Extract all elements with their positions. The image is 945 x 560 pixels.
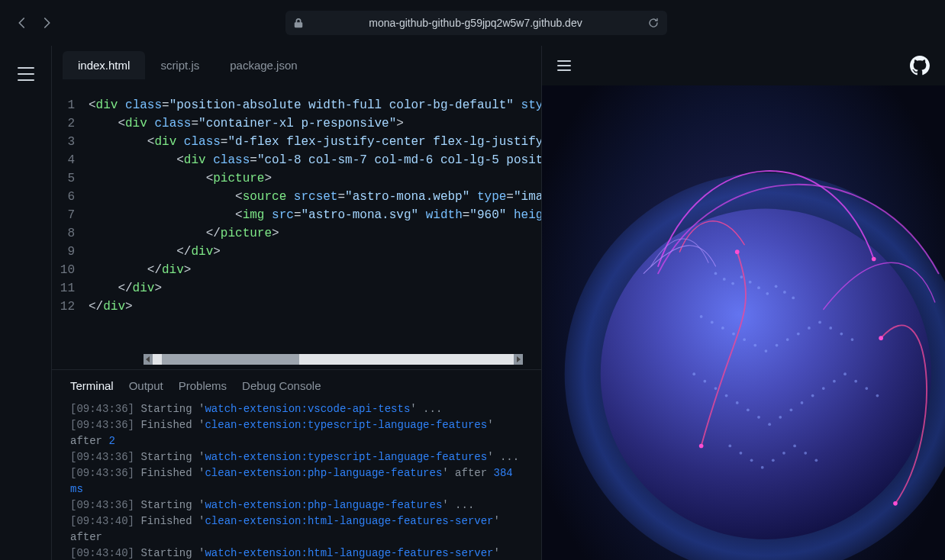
svg-point-27 (692, 372, 695, 375)
code-line: 3 <div class="d-flex flex-justify-center… (52, 133, 541, 151)
svg-point-10 (783, 291, 786, 294)
code-line: 4 <div class="col-8 col-sm-7 col-md-6 co… (52, 151, 541, 169)
svg-point-43 (865, 387, 868, 390)
svg-point-28 (703, 380, 706, 383)
line-number: 7 (52, 206, 89, 224)
code-content[interactable]: <div class="d-flex flex-justify-center f… (89, 133, 541, 151)
line-number: 2 (52, 114, 89, 133)
editor-tabs: index.htmlscript.jspackage.json (52, 46, 541, 79)
svg-point-15 (732, 333, 735, 336)
code-viewport[interactable]: 1<div class="position-absolute width-ful… (52, 79, 541, 349)
code-content[interactable]: <picture> (89, 169, 272, 188)
code-line: 12</div> (52, 298, 541, 316)
svg-point-9 (775, 285, 778, 288)
code-content[interactable]: </div> (89, 279, 162, 298)
terminal-line: [09:43:36] Starting 'watch-extension:typ… (70, 449, 523, 465)
back-icon[interactable] (15, 16, 29, 30)
code-content[interactable]: </div> (89, 261, 191, 279)
svg-point-21 (797, 333, 800, 336)
svg-point-8 (766, 292, 769, 295)
terminal-line: [09:43:40] Starting 'watch-extension:htm… (70, 546, 523, 560)
code-line: 2 <div class="container-xl p-responsive"… (52, 114, 541, 133)
activity-bar (0, 46, 52, 560)
code-line: 7 <img src="astro-mona.svg" width="960" … (52, 206, 541, 224)
svg-point-14 (721, 327, 724, 330)
editor-column: index.htmlscript.jspackage.json 1<div cl… (52, 46, 542, 560)
svg-point-23 (818, 321, 821, 324)
app-window: mona-github-github-g59jpq2w5w7.github.de… (0, 0, 945, 560)
code-line: 10 </div> (52, 261, 541, 279)
code-content[interactable]: <source srcset="astro-mona.webp" type="i… (89, 188, 541, 206)
svg-point-13 (711, 321, 714, 324)
editor-tab-script-js[interactable]: script.js (145, 51, 214, 79)
scroll-right-icon[interactable] (514, 354, 523, 365)
editor-tab-package-json[interactable]: package.json (214, 51, 312, 79)
svg-point-26 (851, 338, 854, 341)
svg-point-11 (792, 297, 795, 300)
line-number: 4 (52, 151, 89, 169)
terminal-line: [09:43:36] Starting 'watch-extension:vsc… (70, 401, 523, 417)
menu-icon[interactable] (18, 67, 34, 81)
panel-tab-output[interactable]: Output (129, 379, 163, 392)
panel-tabs: TerminalOutputProblemsDebug Console (52, 370, 541, 398)
code-content[interactable]: <div class="col-8 col-sm-7 col-md-6 col-… (89, 151, 541, 169)
svg-point-35 (779, 416, 782, 419)
panel-tab-problems[interactable]: Problems (179, 379, 227, 392)
panel-tab-debug-console[interactable]: Debug Console (242, 379, 321, 392)
svg-point-37 (801, 401, 804, 404)
svg-point-32 (747, 408, 750, 411)
line-number: 5 (52, 169, 89, 188)
globe-graphic (557, 130, 945, 560)
code-content[interactable]: <div class="position-absolute width-full… (89, 96, 541, 114)
main-body: index.htmlscript.jspackage.json 1<div cl… (0, 46, 945, 560)
line-number: 3 (52, 133, 89, 151)
svg-point-2 (714, 272, 718, 275)
horizontal-scrollbar[interactable] (144, 354, 523, 365)
github-logo-icon[interactable] (910, 56, 930, 76)
code-area: 1<div class="position-absolute width-ful… (52, 79, 541, 369)
refresh-icon[interactable] (647, 17, 660, 29)
code-content[interactable]: <div class="container-xl p-responsive"> (89, 114, 404, 133)
code-content[interactable]: <img src="astro-mona.svg" width="960" he… (89, 206, 541, 224)
svg-point-41 (843, 372, 847, 375)
svg-point-56 (699, 444, 704, 449)
scroll-track[interactable] (153, 354, 514, 365)
url-bar[interactable]: mona-github-github-g59jpq2w5w7.github.de… (285, 11, 667, 35)
line-number: 11 (52, 279, 89, 298)
line-number: 6 (52, 188, 89, 206)
code-line: 9 </div> (52, 243, 541, 261)
svg-point-25 (840, 333, 843, 336)
svg-point-19 (776, 344, 779, 347)
globe-svg (557, 130, 945, 560)
preview-header (542, 46, 945, 85)
editor-tab-index-html[interactable]: index.html (63, 51, 145, 79)
code-content[interactable]: </div> (89, 298, 133, 316)
svg-point-34 (768, 423, 771, 426)
svg-point-20 (786, 338, 789, 341)
scroll-left-icon[interactable] (144, 354, 153, 365)
terminal-output[interactable]: [09:43:36] Starting 'watch-extension:vsc… (52, 398, 541, 560)
svg-point-38 (811, 394, 814, 397)
forward-icon[interactable] (40, 16, 53, 30)
svg-point-22 (808, 327, 811, 330)
svg-point-57 (893, 501, 898, 506)
panel-tab-terminal[interactable]: Terminal (70, 379, 114, 392)
line-number: 1 (52, 96, 89, 114)
nav-arrows (15, 16, 53, 30)
svg-point-55 (735, 249, 740, 254)
lock-icon (293, 18, 304, 28)
code-line: 8 </picture> (52, 224, 541, 243)
svg-point-17 (753, 344, 756, 347)
line-number: 9 (52, 243, 89, 261)
code-content[interactable]: </picture> (89, 224, 279, 243)
svg-point-36 (790, 408, 793, 411)
code-line: 6 <source srcset="astro-mona.webp" type=… (52, 188, 541, 206)
line-number: 12 (52, 298, 89, 316)
terminal-line: [09:43:40] Finished 'clean-extension:htm… (70, 513, 523, 546)
svg-point-50 (782, 452, 785, 455)
code-content[interactable]: </div> (89, 243, 221, 261)
preview-menu-icon[interactable] (557, 60, 571, 71)
svg-point-46 (740, 452, 743, 455)
scroll-thumb[interactable] (162, 354, 299, 365)
svg-point-54 (872, 257, 876, 262)
